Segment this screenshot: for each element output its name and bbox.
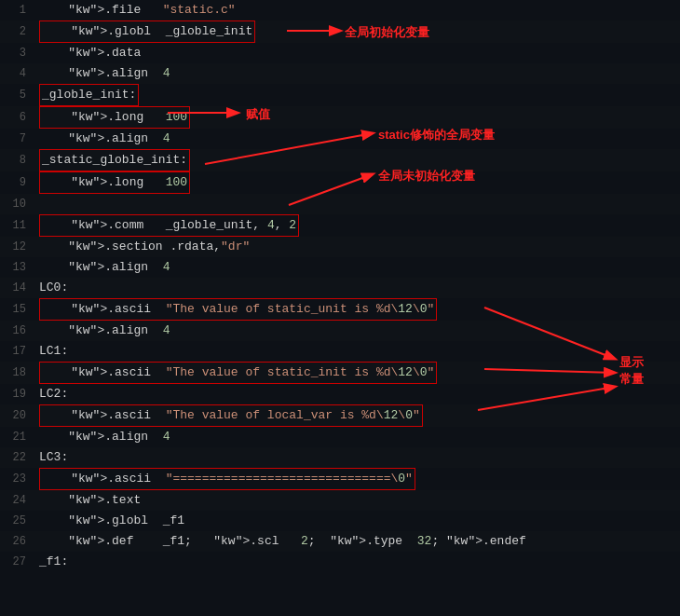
code-line: 13 "kw">.align 4 xyxy=(0,257,680,278)
code-line: 3 "kw">.data xyxy=(0,43,680,63)
line-content: "kw">.ascii "The value of static_unit is… xyxy=(35,298,680,321)
line-number: 6 xyxy=(0,107,35,128)
line-content: "kw">.align 4 xyxy=(35,257,680,278)
line-content: "kw">.long 100 xyxy=(35,171,680,194)
code-line: 25 "kw">.globl _f1 xyxy=(0,511,680,531)
line-content: "kw">.ascii "The value of local_var is %… xyxy=(35,404,680,427)
line-content: LC3: xyxy=(35,447,680,468)
line-content: LC2: xyxy=(35,384,680,404)
code-line: 26 "kw">.def _f1; "kw">.scl 2; "kw">.typ… xyxy=(0,531,680,552)
line-number: 10 xyxy=(0,194,35,214)
line-number: 9 xyxy=(0,172,35,193)
code-line: 12 "kw">.section .rdata,"dr" xyxy=(0,237,680,257)
code-line: 4 "kw">.align 4 xyxy=(0,63,680,84)
line-content: _static_globle_init: xyxy=(35,149,680,171)
line-content: _f1: xyxy=(35,552,680,572)
code-line: 6 "kw">.long 100 xyxy=(0,106,680,129)
code-line: 16 "kw">.align 4 xyxy=(0,321,680,341)
line-content: "kw">.comm _globle_unit, 4, 2 xyxy=(35,214,680,237)
line-content: "kw">.ascii "The value of static_init is… xyxy=(35,362,680,384)
line-content: "kw">.text xyxy=(35,490,680,511)
line-number: 17 xyxy=(0,341,35,362)
code-line: 23 "kw">.ascii "========================… xyxy=(0,468,680,490)
line-number: 7 xyxy=(0,129,35,149)
boxed-code: "kw">.ascii "The value of static_init is… xyxy=(39,362,437,384)
code-line: 17LC1: xyxy=(0,341,680,362)
code-line: 22LC3: xyxy=(0,447,680,468)
boxed-code: "kw">.long 100 xyxy=(39,106,190,129)
boxed-code: _static_globle_init: xyxy=(39,149,190,171)
line-number: 3 xyxy=(0,43,35,63)
boxed-code: "kw">.comm _globle_unit, 4, 2 xyxy=(39,214,299,237)
line-content: "kw">.align 4 xyxy=(35,129,680,149)
code-line: 11 "kw">.comm _globle_unit, 4, 2 xyxy=(0,214,680,237)
line-content: LC0: xyxy=(35,278,680,298)
line-number: 15 xyxy=(0,299,35,320)
code-line: 15 "kw">.ascii "The value of static_unit… xyxy=(0,298,680,321)
line-number: 4 xyxy=(0,63,35,84)
code-line: 8_static_globle_init: xyxy=(0,149,680,171)
line-number: 19 xyxy=(0,384,35,404)
code-line: 7 "kw">.align 4 xyxy=(0,129,680,149)
line-content: "kw">.align 4 xyxy=(35,427,680,447)
code-line: 19LC2: xyxy=(0,384,680,404)
line-number: 22 xyxy=(0,447,35,468)
code-line: 5_globle_init: xyxy=(0,84,680,106)
line-number: 8 xyxy=(0,150,35,171)
line-number: 23 xyxy=(0,469,35,489)
line-number: 24 xyxy=(0,490,35,511)
boxed-code: "kw">.ascii "The value of local_var is %… xyxy=(39,404,423,427)
code-line: 1 "kw">.file "static.c" xyxy=(0,0,680,21)
code-lines: 1 "kw">.file "static.c"2 "kw">.globl _gl… xyxy=(0,0,680,572)
line-number: 14 xyxy=(0,278,35,298)
code-line: 21 "kw">.align 4 xyxy=(0,427,680,447)
line-content: "kw">.globl _globle_init xyxy=(35,21,680,43)
boxed-code: _globle_init: xyxy=(39,84,139,106)
line-number: 2 xyxy=(0,21,35,42)
line-content: "kw">.ascii "===========================… xyxy=(35,468,680,490)
code-line: 14LC0: xyxy=(0,278,680,298)
line-number: 26 xyxy=(0,531,35,552)
line-content: "kw">.globl _f1 xyxy=(35,511,680,531)
line-number: 25 xyxy=(0,511,35,531)
line-content: "kw">.data xyxy=(35,43,680,63)
line-content: "kw">.def _f1; "kw">.scl 2; "kw">.type 3… xyxy=(35,531,680,552)
code-line: 2 "kw">.globl _globle_init xyxy=(0,21,680,43)
line-number: 11 xyxy=(0,215,35,236)
line-number: 21 xyxy=(0,427,35,447)
line-number: 20 xyxy=(0,405,35,426)
line-content: LC1: xyxy=(35,341,680,362)
code-line: 9 "kw">.long 100 xyxy=(0,171,680,194)
line-number: 1 xyxy=(0,0,35,21)
line-number: 16 xyxy=(0,321,35,341)
line-number: 13 xyxy=(0,257,35,278)
code-line: 10 xyxy=(0,194,680,214)
line-content: "kw">.file "static.c" xyxy=(35,0,680,21)
line-number: 5 xyxy=(0,85,35,105)
line-content: _globle_init: xyxy=(35,84,680,106)
line-content: "kw">.long 100 xyxy=(35,106,680,129)
line-content: "kw">.align 4 xyxy=(35,63,680,84)
code-line: 18 "kw">.ascii "The value of static_init… xyxy=(0,362,680,384)
boxed-code: "kw">.ascii "The value of static_unit is… xyxy=(39,298,437,321)
line-content: "kw">.align 4 xyxy=(35,321,680,341)
line-number: 27 xyxy=(0,552,35,572)
line-number: 12 xyxy=(0,237,35,257)
code-line: 27_f1: xyxy=(0,552,680,572)
code-line: 24 "kw">.text xyxy=(0,490,680,511)
boxed-code: "kw">.ascii "===========================… xyxy=(39,468,415,490)
code-container: 1 "kw">.file "static.c"2 "kw">.globl _gl… xyxy=(0,0,680,616)
line-content: "kw">.section .rdata,"dr" xyxy=(35,237,680,257)
boxed-code: "kw">.long 100 xyxy=(39,171,190,194)
line-number: 18 xyxy=(0,363,35,383)
code-line: 20 "kw">.ascii "The value of local_var i… xyxy=(0,404,680,427)
boxed-code: "kw">.globl _globle_init xyxy=(39,21,255,43)
